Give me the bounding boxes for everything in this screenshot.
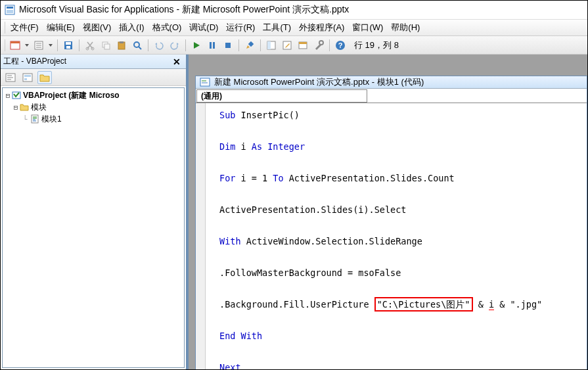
menubar: 文件(F) 编辑(E) 视图(V) 插入(I) 格式(O) 调试(D) 运行(R… xyxy=(1,19,587,36)
panel-close-icon[interactable]: ✕ xyxy=(170,57,183,67)
pause-icon[interactable] xyxy=(205,38,219,53)
module-icon xyxy=(30,114,39,124)
project-explorer-panel: 工程 - VBAProject ✕ ⊟ VBAProject (新建 Micro… xyxy=(1,55,189,369)
vba-app-icon xyxy=(5,5,15,15)
folder-open-icon xyxy=(20,103,29,112)
code-editor[interactable]: Sub InsertPic() Dim i As Integer For i =… xyxy=(196,103,587,370)
insert-module-icon[interactable] xyxy=(32,38,46,53)
redo-icon[interactable] xyxy=(168,38,182,53)
menu-format[interactable]: 格式(O) xyxy=(148,20,186,35)
svg-rect-15 xyxy=(104,44,110,49)
highlighted-path: "C:\Pictures\图片" xyxy=(374,297,473,312)
menu-window[interactable]: 窗口(W) xyxy=(348,20,387,35)
window-title: Microsoft Visual Basic for Applications … xyxy=(19,4,349,16)
svg-rect-2 xyxy=(7,10,13,13)
menu-help[interactable]: 帮助(H) xyxy=(387,20,424,35)
save-icon[interactable] xyxy=(61,38,76,53)
code-window-title: 新建 Microsoft PowerPoint 演示文稿.pptx - 模块1 … xyxy=(214,76,424,88)
code-dropdowns: (通用) xyxy=(196,89,587,103)
tree-root-label: VBAProject (新建 Microso xyxy=(23,90,120,101)
svg-rect-11 xyxy=(66,46,70,49)
svg-rect-25 xyxy=(267,41,271,49)
folder-icon[interactable] xyxy=(37,71,52,84)
object-dropdown[interactable]: (通用) xyxy=(196,89,367,103)
svg-rect-38 xyxy=(24,78,27,80)
find-icon[interactable] xyxy=(130,38,145,53)
object-browser-icon[interactable] xyxy=(296,38,310,53)
project-panel-title: 工程 - VBAProject xyxy=(3,56,66,67)
cut-icon[interactable] xyxy=(83,38,97,53)
svg-rect-17 xyxy=(120,41,124,43)
dropdown-arrow-icon[interactable] xyxy=(47,38,54,53)
menu-tools[interactable]: 工具(T) xyxy=(259,20,295,35)
svg-point-18 xyxy=(134,42,139,47)
project-panel-header: 工程 - VBAProject ✕ xyxy=(1,55,186,69)
svg-rect-1 xyxy=(7,7,13,9)
copy-icon[interactable] xyxy=(99,38,113,53)
run-icon[interactable] xyxy=(189,38,204,53)
help-icon[interactable]: ? xyxy=(333,38,348,53)
menu-addins[interactable]: 外接程序(A) xyxy=(295,20,348,35)
svg-text:?: ? xyxy=(338,41,343,49)
svg-rect-10 xyxy=(66,42,71,45)
toolbox-icon[interactable] xyxy=(311,38,326,53)
view-code-icon[interactable] xyxy=(3,71,18,84)
cursor-position: 行 19，列 8 xyxy=(354,39,399,51)
stop-icon[interactable] xyxy=(221,38,235,53)
svg-point-29 xyxy=(319,41,323,45)
project-tree[interactable]: ⊟ VBAProject (新建 Microso ⊟ 模块 └ 模块1 xyxy=(2,87,185,368)
window-titlebar: Microsoft Visual Basic for Applications … xyxy=(1,1,587,19)
view-object-icon[interactable] xyxy=(20,71,35,84)
svg-rect-21 xyxy=(213,42,215,49)
tree-root[interactable]: ⊟ VBAProject (新建 Microso xyxy=(4,89,183,101)
code-window-titlebar[interactable]: 新建 Microsoft PowerPoint 演示文稿.pptx - 模块1 … xyxy=(196,76,587,89)
tree-modules-label: 模块 xyxy=(31,102,47,113)
tree-module1[interactable]: └ 模块1 xyxy=(4,113,183,125)
menu-view[interactable]: 视图(V) xyxy=(79,20,115,35)
svg-rect-36 xyxy=(23,74,32,81)
menu-run[interactable]: 运行(R) xyxy=(222,20,259,35)
design-mode-icon[interactable] xyxy=(242,38,257,53)
toolbar: ? 行 19，列 8 xyxy=(1,36,587,55)
svg-rect-28 xyxy=(299,42,307,44)
svg-line-19 xyxy=(139,47,141,49)
project-panel-toolbar xyxy=(1,69,186,86)
menu-insert[interactable]: 插入(I) xyxy=(115,20,148,35)
mdi-area: 新建 Microsoft PowerPoint 演示文稿.pptx - 模块1 … xyxy=(189,55,587,369)
tree-modules-folder[interactable]: ⊟ 模块 xyxy=(4,101,183,113)
vba-project-icon xyxy=(12,91,21,100)
svg-rect-40 xyxy=(32,115,38,123)
paste-icon[interactable] xyxy=(114,38,129,53)
svg-rect-23 xyxy=(248,41,254,46)
code-window: 新建 Microsoft PowerPoint 演示文稿.pptx - 模块1 … xyxy=(195,76,587,369)
dropdown-arrow-icon[interactable] xyxy=(24,38,30,53)
svg-rect-37 xyxy=(24,75,31,77)
svg-rect-22 xyxy=(225,43,231,48)
menu-edit[interactable]: 编辑(E) xyxy=(43,20,79,35)
properties-icon[interactable] xyxy=(280,38,294,53)
svg-rect-45 xyxy=(200,78,210,86)
svg-rect-20 xyxy=(210,42,212,49)
view-powerpoint-icon[interactable] xyxy=(8,38,22,53)
svg-rect-4 xyxy=(11,41,20,43)
project-explorer-icon[interactable] xyxy=(264,38,279,53)
menu-debug[interactable]: 调试(D) xyxy=(185,20,222,35)
code-window-icon xyxy=(200,77,210,87)
tree-module1-label: 模块1 xyxy=(41,114,62,125)
undo-icon[interactable] xyxy=(152,38,166,53)
menu-file[interactable]: 文件(F) xyxy=(7,20,43,35)
